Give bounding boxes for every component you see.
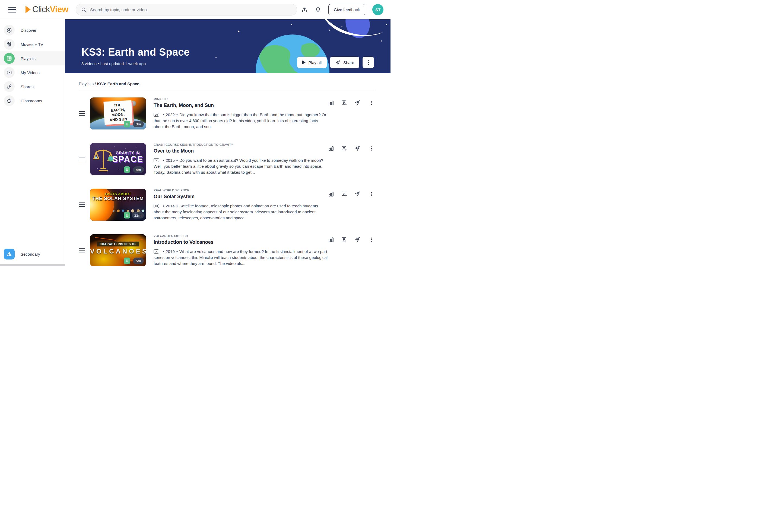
video-title[interactable]: Over to the Moon [154, 148, 328, 154]
video-more-options-button[interactable] [369, 191, 374, 197]
kebab-icon [369, 100, 374, 106]
video-title[interactable]: Introduction to Volcanoes [154, 239, 328, 245]
video-more-options-button[interactable] [369, 100, 374, 106]
sidebar-item-secondary[interactable]: Secondary [4, 249, 65, 259]
video-category: CRASH COURSE KIDS: INTRODUCTION TO GRAVI… [154, 143, 328, 146]
playlist-header: KS3: Earth and Space 8 videos • Last upd… [81, 46, 190, 66]
video-row: GRAVITY IN SPACE U 4m CRASH COURSE KIDS:… [79, 143, 374, 175]
main-content: KS3: Earth and Space 8 videos • Last upd… [65, 19, 390, 266]
sidebar-item-movies-tv[interactable]: Movies + TV [0, 37, 65, 51]
video-row: THE EARTH, MOON, AND SUN U 3m MINICLIPS … [79, 97, 374, 130]
sidebar-item-my-videos[interactable]: My Videos [0, 66, 65, 80]
bar-chart-icon [328, 146, 334, 152]
clickview-logo[interactable]: ClickView [26, 5, 68, 14]
divider [79, 90, 374, 90]
thumbnail-subtitle-art: CHARACTERISTICS OF [97, 242, 139, 246]
sidebar-item-classrooms[interactable]: Classrooms [0, 94, 65, 108]
analytics-button[interactable] [328, 100, 334, 106]
play-all-label: Play all [309, 60, 322, 65]
video-description: cc•2015•Do you want to be an astronaut? … [154, 157, 328, 175]
add-to-playlist-button[interactable] [341, 236, 347, 243]
playlist-add-icon [341, 236, 347, 243]
add-to-playlist-button[interactable] [341, 191, 347, 197]
video-year: 2022 [166, 112, 174, 117]
upload-button[interactable] [301, 6, 308, 13]
video-title[interactable]: Our Solar System [154, 194, 328, 200]
video-thumbnail[interactable]: GRAVITY IN SPACE U 4m [90, 143, 146, 175]
breadcrumb-playlists[interactable]: Playlists [79, 81, 94, 86]
video-row-actions [328, 236, 374, 243]
video-summary: Do you want to be an astronaut? Would yo… [154, 158, 323, 174]
upload-icon [301, 6, 308, 13]
bar-chart-icon [328, 191, 334, 197]
share-video-button[interactable] [355, 237, 360, 242]
sidebar-item-playlists[interactable]: Playlists [0, 51, 65, 66]
sidebar-item-label: Classrooms [20, 98, 42, 103]
analytics-button[interactable] [328, 237, 334, 243]
playlist-add-icon [341, 145, 347, 152]
video-more-options-button[interactable] [369, 146, 374, 152]
video-summary: What are volcanoes and how are they form… [154, 249, 328, 266]
send-icon [355, 237, 360, 242]
breadcrumb-current: KS3: Earth and Space [97, 81, 139, 86]
compass-icon [4, 25, 15, 36]
sidebar-footer: Secondary [0, 244, 65, 264]
video-category: MINICLIPS [154, 97, 328, 101]
thumbnail-title-art: GRAVITY IN SPACE [112, 151, 143, 164]
logo-play-icon [26, 6, 31, 13]
sidebar-item-shares[interactable]: Shares [0, 80, 65, 94]
sidebar-footer-label: Secondary [20, 252, 40, 256]
share-video-button[interactable] [355, 100, 360, 106]
sidebar-item-label: Movies + TV [20, 42, 43, 47]
add-to-playlist-button[interactable] [341, 99, 347, 106]
share-video-button[interactable] [355, 146, 360, 151]
video-more-options-button[interactable] [369, 237, 374, 243]
video-thumbnail[interactable]: CHARACTERISTICS OF VOLCANOES U 5m [90, 234, 146, 266]
sidebar-item-discover[interactable]: Discover [0, 23, 65, 37]
drag-handle[interactable] [79, 234, 85, 266]
rating-badge: U [124, 121, 130, 127]
video-thumbnail[interactable]: THE EARTH, MOON, AND SUN U 3m [90, 97, 146, 129]
menu-button[interactable] [8, 7, 16, 12]
search-icon [81, 7, 87, 13]
playlist-content: Playlists / KS3: Earth and Space THE EAR… [65, 73, 390, 266]
video-description: cc•2014•Satellite footage, telescopic ph… [154, 203, 328, 221]
sidebar-nav: Discover Movies + TV [0, 19, 65, 108]
video-row: CHARACTERISTICS OF VOLCANOES U 5m VOLCAN… [79, 234, 374, 266]
video-summary: Did you know that the sun is bigger than… [154, 112, 326, 129]
bar-chart-icon [328, 237, 334, 243]
bell-icon [315, 6, 321, 13]
drag-handle[interactable] [79, 189, 85, 221]
video-year: 2019 [166, 249, 174, 254]
search-input[interactable] [90, 7, 292, 12]
notifications-button[interactable] [315, 6, 321, 13]
search-bar[interactable] [76, 4, 297, 15]
share-button[interactable]: Share [330, 57, 359, 68]
add-to-playlist-button[interactable] [341, 145, 347, 152]
drag-handle[interactable] [79, 97, 85, 129]
analytics-button[interactable] [328, 146, 334, 152]
video-thumbnail[interactable]: FACTS ABOUT THE SOLAR SYSTEM U 22m [90, 189, 146, 221]
give-feedback-button[interactable]: Give feedback [328, 4, 365, 15]
hero-more-options-button[interactable] [363, 57, 374, 68]
sidebar-item-label: Playlists [20, 56, 36, 61]
thumbnail-title-art: VOLCANOES [90, 248, 146, 255]
kebab-icon [369, 237, 374, 243]
duration-badge: 5m [133, 257, 144, 264]
cc-icon: cc [154, 113, 159, 117]
avatar[interactable]: ST [372, 4, 383, 15]
kebab-icon [369, 191, 374, 197]
send-icon [355, 100, 360, 106]
share-label: Share [343, 60, 354, 65]
drag-handle[interactable] [79, 143, 85, 175]
logo-text-click: Click [32, 5, 50, 14]
video-title[interactable]: The Earth, Moon, and Sun [154, 103, 328, 108]
playlist-subtitle: 8 videos • Last updated 1 week ago [81, 62, 190, 66]
share-video-button[interactable] [355, 191, 360, 197]
cc-icon: cc [154, 249, 159, 253]
video-description: cc•2019•What are volcanoes and how are t… [154, 249, 328, 266]
rating-badge: U [124, 257, 130, 264]
rating-badge: U [124, 212, 130, 218]
analytics-button[interactable] [328, 191, 334, 197]
play-all-button[interactable]: Play all [297, 57, 327, 68]
